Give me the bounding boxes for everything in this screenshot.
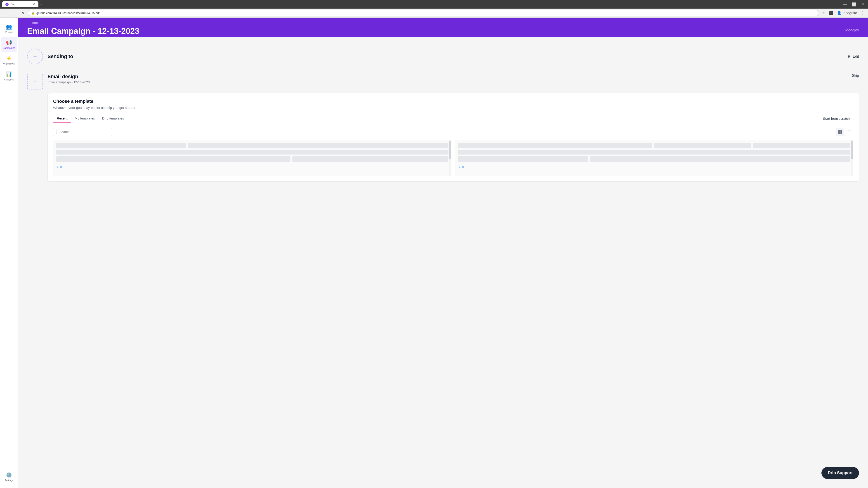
- workflows-icon: ⚡: [6, 56, 12, 61]
- drip-support-button[interactable]: Drip Support: [822, 467, 859, 479]
- svg-rect-2: [838, 132, 840, 134]
- url-bar[interactable]: 🔒 getdrip.com/7641396/broadcasts/3186746…: [28, 10, 819, 16]
- sidebar-label-campaigns: Campaigns: [3, 46, 16, 49]
- content-area: + Sending to 🖱 Edit + Email design Email…: [18, 37, 868, 488]
- template-card[interactable]: ▲: [455, 140, 853, 176]
- svg-rect-1: [840, 130, 842, 132]
- back-arrow-icon: ←: [27, 21, 31, 25]
- tab-recent[interactable]: Recent: [53, 114, 71, 123]
- menu-button[interactable]: ⋮: [860, 10, 865, 16]
- sidebar-item-people[interactable]: 👥 People: [1, 21, 17, 36]
- main-content: ← Back Email Campaign - 12-13-2023 Moodj…: [18, 18, 868, 488]
- list-view-button[interactable]: [845, 128, 853, 136]
- template-card[interactable]: ▲: [53, 140, 452, 176]
- view-toggles: [836, 128, 853, 136]
- edit-label: Edit: [852, 55, 859, 59]
- sending-to-add-circle[interactable]: +: [27, 48, 43, 64]
- browser-nav: ← → ↻ 🔒 getdrip.com/7641396/broadcasts/3…: [0, 8, 868, 18]
- grid-view-button[interactable]: [836, 128, 844, 136]
- sending-to-label: Sending to: [48, 54, 843, 59]
- browser-tabs: D Drip ✕ +: [2, 1, 840, 7]
- analytics-icon: 📊: [6, 71, 12, 77]
- settings-icon: ⚙️: [6, 472, 12, 478]
- tab-my-templates[interactable]: My templates: [71, 114, 98, 123]
- grid-icon: [838, 130, 842, 134]
- sending-to-section: + Sending to 🖱 Edit: [27, 44, 859, 69]
- tab-favicon: D: [5, 3, 8, 6]
- sidebar: 👥 People 📢 Campaigns ⚡ Workflows 📊 Analy…: [0, 18, 18, 488]
- list-icon: [847, 130, 851, 134]
- design-info: Email design Email Campaign - 12-13-2023: [48, 74, 847, 84]
- tab-close-btn[interactable]: ✕: [33, 2, 35, 6]
- bookmark-button[interactable]: ☆: [821, 10, 826, 16]
- svg-rect-5: [847, 132, 851, 132]
- sidebar-item-campaigns[interactable]: 📢 Campaigns: [1, 37, 17, 52]
- search-row: [53, 128, 853, 136]
- template-tabs-row: Recent My templates Drip templates + Sta…: [53, 114, 853, 123]
- account-name: Moodjoy: [845, 28, 859, 32]
- maximize-button[interactable]: ⬜: [850, 2, 858, 7]
- start-from-scratch-button[interactable]: + Start from scratch: [816, 114, 853, 123]
- browser-chrome: D Drip ✕ + — ⬜ ✕: [0, 0, 868, 8]
- close-button[interactable]: ✕: [860, 2, 866, 7]
- people-icon: 👥: [6, 24, 12, 30]
- back-label: Back: [32, 21, 39, 25]
- sidebar-label-analytics: Analytics: [4, 78, 14, 81]
- sidebar-item-settings[interactable]: ⚙️ Settings: [1, 469, 17, 484]
- app-container: 👥 People 📢 Campaigns ⚡ Workflows 📊 Analy…: [0, 18, 868, 488]
- skip-button[interactable]: Skip: [852, 74, 859, 78]
- email-design-subtitle: Email Campaign - 12-13-2023: [48, 80, 847, 84]
- chooser-title: Choose a template: [53, 99, 853, 104]
- chooser-subtitle: Whatever your goal may be, let us help y…: [53, 106, 853, 109]
- search-input[interactable]: [59, 130, 108, 134]
- account-button[interactable]: 👤 Incognito: [836, 10, 858, 16]
- browser-tab[interactable]: D Drip ✕: [2, 1, 38, 7]
- nav-actions: ☆ ⬛ 👤 Incognito ⋮: [821, 10, 865, 16]
- svg-rect-0: [838, 130, 840, 132]
- svg-rect-6: [847, 133, 851, 133]
- new-tab-button[interactable]: +: [40, 2, 42, 7]
- forward-nav-button[interactable]: →: [11, 10, 18, 16]
- page-header-top: ← Back Email Campaign - 12-13-2023 Moodj…: [18, 18, 868, 37]
- page-title: Email Campaign - 12-13-2023: [27, 26, 139, 36]
- back-nav-button[interactable]: ←: [3, 10, 9, 16]
- tab-title: Drip: [10, 3, 16, 6]
- sidebar-item-analytics[interactable]: 📊 Analytics: [1, 69, 17, 84]
- edit-button[interactable]: 🖱 Edit: [847, 54, 859, 59]
- lock-icon: 🔒: [31, 11, 35, 15]
- cursor-icon: 🖱: [847, 54, 851, 59]
- sidebar-label-settings: Settings: [4, 479, 13, 482]
- email-design-add-square[interactable]: +: [27, 74, 43, 90]
- template-chooser: Choose a template Whatever your goal may…: [48, 93, 859, 182]
- campaigns-icon: 📢: [6, 40, 12, 46]
- email-design-title: Email design: [48, 74, 847, 79]
- template-dot: [60, 166, 62, 168]
- template-arrow-icon: ▲: [56, 165, 59, 168]
- svg-rect-4: [847, 131, 851, 131]
- sidebar-label-people: People: [5, 31, 13, 33]
- minimize-button[interactable]: —: [842, 2, 848, 7]
- refresh-button[interactable]: ↻: [20, 10, 26, 16]
- sidebar-item-workflows[interactable]: ⚡ Workflows: [1, 53, 17, 68]
- search-box: [53, 128, 112, 136]
- url-text: getdrip.com/7641396/broadcasts/318674615…: [36, 11, 100, 15]
- svg-rect-3: [840, 132, 842, 134]
- extension-button[interactable]: ⬛: [828, 10, 834, 16]
- template-grid: ▲: [53, 140, 853, 176]
- back-button[interactable]: ← Back: [27, 21, 39, 25]
- design-header-row: + Email design Email Campaign - 12-13-20…: [27, 74, 859, 90]
- template-dot: [462, 166, 464, 168]
- template-arrow-icon: ▲: [458, 165, 461, 168]
- tab-drip-templates[interactable]: Drip templates: [98, 114, 128, 123]
- email-design-section: + Email design Email Campaign - 12-13-20…: [27, 69, 859, 186]
- sidebar-label-workflows: Workflows: [3, 62, 15, 65]
- window-controls: — ⬜ ✕: [842, 2, 866, 7]
